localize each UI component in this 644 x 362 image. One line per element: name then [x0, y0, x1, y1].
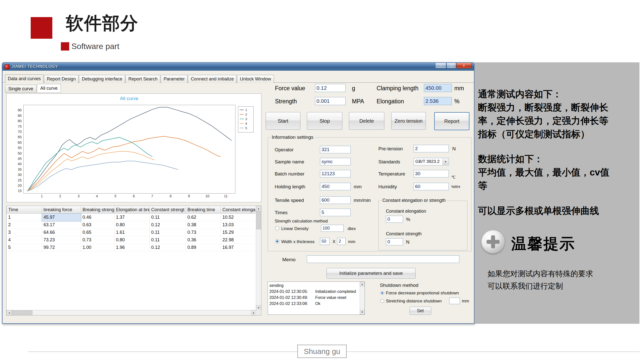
report-button[interactable]: Report: [434, 112, 469, 130]
table-cell[interactable]: 45.97: [42, 214, 81, 221]
table-cell[interactable]: 0.62: [186, 214, 221, 221]
table-row[interactable]: 364.660.651.610.110.7315.29: [7, 229, 257, 236]
table-cell[interactable]: 0.73: [81, 236, 114, 244]
log-scrollbar[interactable]: ▲ ▼: [360, 282, 365, 314]
scrollbar-thumb[interactable]: [256, 211, 261, 229]
table-cell[interactable]: 0.11: [150, 236, 186, 244]
table-cell[interactable]: 0.73: [186, 229, 221, 236]
force-value-field[interactable]: [315, 84, 346, 92]
elongation-field[interactable]: [424, 97, 452, 105]
table-cell[interactable]: 15.29: [221, 229, 257, 236]
width-thickness-radio[interactable]: [275, 239, 279, 243]
table-cell[interactable]: 0.46: [81, 214, 114, 221]
col-elongation-at-break[interactable]: Elongation at bre: [114, 206, 150, 214]
table-row[interactable]: 599.721.001.960.120.8916.97: [7, 244, 257, 251]
table-cell[interactable]: 0.38: [186, 221, 221, 229]
table-cell[interactable]: 73.23: [42, 236, 81, 244]
tab-parameter[interactable]: Parameter: [161, 75, 187, 83]
tensile-speed-input[interactable]: [320, 196, 351, 204]
table-cell[interactable]: 0.11: [150, 229, 186, 236]
stretching-distance-input[interactable]: [449, 298, 460, 304]
col-constant-elongation[interactable]: Constant elonga: [221, 206, 257, 214]
table-cell[interactable]: 0.36: [186, 236, 221, 244]
table-cell[interactable]: 0.11: [150, 214, 186, 221]
table-cell[interactable]: 5: [7, 244, 42, 251]
times-input[interactable]: [320, 209, 351, 216]
tab-unlock-window[interactable]: Unlock Window: [237, 75, 274, 83]
table-cell[interactable]: 1.37: [114, 214, 150, 221]
memo-input[interactable]: [307, 255, 459, 263]
constant-elongation-input[interactable]: [386, 216, 403, 223]
tab-report-search[interactable]: Report Search: [126, 75, 160, 83]
linear-density-input[interactable]: [321, 225, 344, 232]
table-cell[interactable]: 1.61: [114, 229, 150, 236]
col-constant-strength[interactable]: Constant strengt: [150, 206, 186, 214]
holding-length-input[interactable]: [320, 183, 351, 190]
initialize-parameters-button[interactable]: Initialize parameters and save: [327, 268, 416, 279]
strength-field[interactable]: [315, 97, 346, 105]
tab-debugging-interface[interactable]: Debugging interface: [79, 75, 125, 83]
table-cell[interactable]: 0.65: [81, 229, 114, 236]
pre-tension-input[interactable]: [414, 145, 449, 152]
operator-input[interactable]: [320, 146, 351, 153]
col-breaking-strength[interactable]: Breaking strengt: [81, 206, 114, 214]
maximize-button[interactable]: □: [447, 63, 456, 68]
status-log[interactable]: sending2024-01-02 12:30:05:Initializatio…: [268, 282, 365, 315]
set-button[interactable]: Set: [410, 307, 431, 315]
col-breaking-time[interactable]: Breaking time: [186, 206, 221, 214]
clamping-length-field[interactable]: [424, 84, 452, 92]
table-cell[interactable]: 0.89: [186, 244, 221, 251]
linear-density-radio[interactable]: [275, 226, 279, 230]
window-titlebar[interactable]: JIAMEI TECHNOLOGY – □ ×: [3, 63, 474, 71]
scroll-down-icon[interactable]: ▼: [360, 310, 365, 314]
table-cell[interactable]: 4: [7, 236, 42, 244]
table-cell[interactable]: 3: [7, 229, 42, 236]
table-cell[interactable]: 10.52: [221, 214, 257, 221]
table-cell[interactable]: 0.80: [114, 221, 150, 229]
subtab-single-curve[interactable]: Single curve: [5, 85, 36, 93]
temperature-input[interactable]: [414, 170, 449, 177]
width-input[interactable]: [320, 238, 330, 245]
thickness-input[interactable]: [337, 238, 346, 245]
minimize-button[interactable]: –: [435, 63, 446, 68]
col-breaking-force[interactable]: breaking force: [42, 206, 81, 214]
start-button[interactable]: Start: [266, 112, 300, 130]
scroll-up-icon[interactable]: ▲: [256, 206, 261, 211]
table-row[interactable]: 473.230.730.800.110.3622.98: [7, 236, 257, 244]
table-cell[interactable]: 2: [7, 221, 42, 229]
stop-button[interactable]: Stop: [307, 112, 342, 130]
table-cell[interactable]: 1.00: [81, 244, 114, 251]
table-cell[interactable]: 13.03: [221, 221, 257, 229]
batch-number-input[interactable]: [320, 170, 351, 177]
table-cell[interactable]: 0.80: [114, 236, 150, 244]
tab-report-design[interactable]: Report Design: [44, 75, 78, 83]
zero-tension-button[interactable]: Zero tension: [391, 112, 426, 130]
constant-strength-input[interactable]: [386, 238, 403, 245]
table-cell[interactable]: 64.66: [42, 229, 81, 236]
table-cell[interactable]: 63.17: [42, 221, 81, 229]
chevron-down-icon[interactable]: ▼: [442, 158, 448, 165]
tab-connect-and-initialize[interactable]: Connect and initialize: [188, 75, 236, 83]
table-horizontal-scrollbar[interactable]: ◄ ►: [7, 310, 256, 315]
force-decrease-radio[interactable]: [380, 291, 384, 295]
table-cell[interactable]: 16.97: [221, 244, 257, 251]
table-cell[interactable]: 0.12: [150, 244, 186, 251]
table-cell[interactable]: 0.12: [150, 221, 186, 229]
scroll-right-icon[interactable]: ►: [251, 310, 256, 315]
standards-dropdown[interactable]: GB/T 3923.2 ▼: [414, 158, 449, 165]
delete-button[interactable]: Delete: [349, 112, 384, 130]
col-time[interactable]: Time: [7, 206, 42, 214]
scrollbar-thumb[interactable]: [12, 310, 32, 315]
subtab-all-curve[interactable]: All curve: [37, 84, 61, 93]
close-button[interactable]: ×: [456, 63, 471, 68]
tab-data-and-curves[interactable]: Data and curves: [5, 74, 44, 83]
stretching-distance-radio[interactable]: [380, 299, 384, 303]
scroll-left-icon[interactable]: ◄: [7, 310, 12, 315]
table-vertical-scrollbar[interactable]: ▲ ▼: [256, 206, 261, 310]
table-cell[interactable]: 1.96: [114, 244, 150, 251]
table-row[interactable]: 145.970.461.370.110.6210.52: [7, 214, 257, 221]
scroll-up-icon[interactable]: ▲: [360, 282, 365, 287]
table-cell[interactable]: 1: [7, 214, 42, 221]
table-row[interactable]: 263.170.630.800.120.3813.03: [7, 221, 257, 229]
table-cell[interactable]: 22.98: [221, 236, 257, 244]
